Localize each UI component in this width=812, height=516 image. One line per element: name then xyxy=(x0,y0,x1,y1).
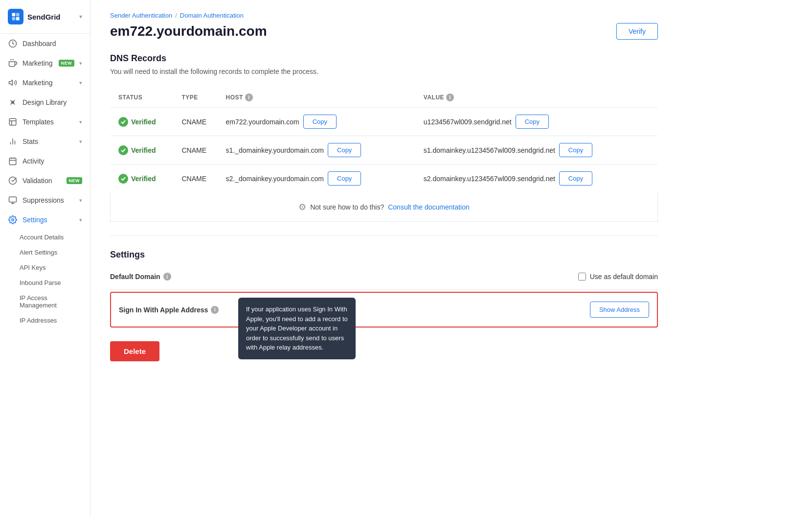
host-cell-2: s1._domainkey.yourdomain.com Copy xyxy=(218,136,416,164)
sidebar-item-dashboard[interactable]: Dashboard xyxy=(0,34,90,53)
logo-chevron-icon: ▾ xyxy=(79,13,82,20)
sidebar-item-marketing-new[interactable]: Marketing NEW ▾ xyxy=(0,53,90,73)
marketing-new-chevron-icon: ▾ xyxy=(79,60,82,67)
type-cell-3: CNAME xyxy=(174,164,218,193)
host-copy-button-2[interactable]: Copy xyxy=(328,143,361,157)
page-title-row: em722.yourdomain.com Verify xyxy=(110,23,658,40)
use-as-default-domain-label[interactable]: Use as default domain xyxy=(578,273,658,281)
sidebar-sub-ip-access-management[interactable]: IP Access Management xyxy=(0,290,90,313)
sidebar-sub-ip-addresses[interactable]: IP Addresses xyxy=(0,313,90,328)
svg-rect-3 xyxy=(16,17,20,21)
delete-button[interactable]: Delete xyxy=(110,341,159,361)
check-circle-icon-2 xyxy=(118,145,128,155)
settings-title: Settings xyxy=(110,250,658,260)
sidebar-item-marketing[interactable]: Marketing ▾ xyxy=(0,73,90,93)
stats-chevron-icon: ▾ xyxy=(79,139,82,145)
sidebar-item-label-templates: Templates xyxy=(23,118,74,126)
marketing-icon xyxy=(8,78,18,88)
host-copy-button-1[interactable]: Copy xyxy=(303,115,337,129)
sidebar-item-suppressions[interactable]: Suppressions ▾ xyxy=(0,190,90,210)
sidebar-item-label-dashboard: Dashboard xyxy=(23,40,82,47)
show-address-action: Show Address xyxy=(590,302,649,318)
dns-records-description: You will need to install the following r… xyxy=(110,68,658,75)
suppressions-icon xyxy=(8,195,18,205)
default-domain-row: Default Domain i Use as default domain xyxy=(110,264,658,290)
host-cell-3: s2._domainkey.yourdomain.com Copy xyxy=(218,164,416,193)
default-domain-info-icon[interactable]: i xyxy=(163,273,171,281)
sidebar-item-label-suppressions: Suppressions xyxy=(23,196,74,204)
sidebar-item-label-activity: Activity xyxy=(23,157,82,165)
sidebar-item-label-marketing: Marketing xyxy=(23,79,74,87)
app-logo[interactable]: SendGrid ▾ xyxy=(0,0,90,34)
dns-records-title: DNS Records xyxy=(110,53,658,64)
table-row: Verified CNAME s2._domainkey.yourdomain.… xyxy=(111,164,658,193)
page-title: em722.yourdomain.com xyxy=(110,23,267,39)
sidebar-item-label-validation: Validation xyxy=(23,177,62,185)
breadcrumb-separator: / xyxy=(175,12,177,19)
value-copy-button-2[interactable]: Copy xyxy=(559,143,592,157)
sidebar: SendGrid ▾ Dashboard Marketing NEW ▾ Mar… xyxy=(0,0,90,516)
check-circle-icon-3 xyxy=(118,174,128,184)
help-text: Not sure how to do this? xyxy=(310,203,384,211)
svg-rect-12 xyxy=(9,118,16,125)
suppressions-chevron-icon: ▾ xyxy=(79,197,82,204)
svg-point-22 xyxy=(9,177,17,185)
table-row: Verified CNAME em722.yourdomain.com Copy… xyxy=(111,108,658,136)
default-domain-label: Default Domain i xyxy=(110,273,267,281)
type-cell-1: CNAME xyxy=(174,108,218,136)
validation-new-badge: NEW xyxy=(67,177,83,184)
value-cell-2: s1.domainkey.u1234567wl009.sendgrid.net … xyxy=(416,136,658,164)
breadcrumb-domain-auth: Domain Authentication xyxy=(180,12,244,19)
sidebar-item-validation[interactable]: Validation NEW xyxy=(0,171,90,190)
apple-tooltip: If your application uses Sign In With Ap… xyxy=(238,298,356,359)
svg-rect-2 xyxy=(12,17,16,21)
svg-rect-1 xyxy=(16,13,20,17)
sidebar-sub-api-keys[interactable]: API Keys xyxy=(0,260,90,275)
dns-table: STATUS TYPE HOST i VALUE i xyxy=(110,87,658,193)
sidebar-item-label-design-library: Design Library xyxy=(23,98,82,106)
stats-icon xyxy=(8,137,18,146)
table-row: Verified CNAME s1._domainkey.yourdomain.… xyxy=(111,136,658,164)
sidebar-sub-inbound-parse[interactable]: Inbound Parse xyxy=(0,275,90,290)
marketing-new-badge: NEW xyxy=(59,60,75,67)
help-icon: ⚙ xyxy=(298,202,306,212)
svg-rect-18 xyxy=(9,158,16,165)
host-copy-button-3[interactable]: Copy xyxy=(328,171,361,186)
main-content: Sender Authentication / Domain Authentic… xyxy=(90,0,812,516)
value-info-icon[interactable]: i xyxy=(446,94,454,101)
sidebar-item-label-settings: Settings xyxy=(23,216,74,224)
sidebar-item-settings[interactable]: Settings ▾ xyxy=(0,210,90,230)
sidebar-item-activity[interactable]: Activity xyxy=(0,151,90,171)
sidebar-sub-alert-settings[interactable]: Alert Settings xyxy=(0,245,90,260)
col-header-status: STATUS xyxy=(111,88,174,108)
status-cell-1: Verified xyxy=(111,108,174,136)
sidebar-item-label-stats: Stats xyxy=(23,138,74,145)
host-info-icon[interactable]: i xyxy=(245,94,253,101)
svg-rect-0 xyxy=(12,13,16,17)
sidebar-sub-account-details[interactable]: Account Details xyxy=(0,230,90,245)
sidebar-item-stats[interactable]: Stats ▾ xyxy=(0,132,90,151)
design-library-icon xyxy=(8,97,18,107)
value-cell-3: s2.domainkey.u1234567wl009.sendgrid.net … xyxy=(416,164,658,193)
settings-chevron-icon: ▾ xyxy=(79,217,82,223)
breadcrumb: Sender Authentication / Domain Authentic… xyxy=(110,12,658,19)
app-name: SendGrid xyxy=(27,13,61,21)
svg-point-26 xyxy=(12,219,14,221)
logo-icon xyxy=(8,9,23,24)
value-copy-button-3[interactable]: Copy xyxy=(559,171,592,186)
status-cell-2: Verified xyxy=(111,136,174,164)
activity-icon xyxy=(8,156,18,166)
sidebar-item-design-library[interactable]: Design Library xyxy=(0,93,90,112)
sidebar-item-templates[interactable]: Templates ▾ xyxy=(0,112,90,132)
verify-button[interactable]: Verify xyxy=(616,23,658,40)
svg-marker-8 xyxy=(9,80,13,86)
show-address-button[interactable]: Show Address xyxy=(590,302,649,318)
value-copy-button-1[interactable]: Copy xyxy=(516,115,549,129)
help-row: ⚙ Not sure how to do this? Consult the d… xyxy=(110,193,658,222)
col-header-value: VALUE i xyxy=(416,88,658,108)
sign-in-apple-info-icon[interactable]: i xyxy=(211,306,219,314)
help-link[interactable]: Consult the documentation xyxy=(388,203,470,211)
breadcrumb-sender-auth[interactable]: Sender Authentication xyxy=(110,12,172,19)
use-as-default-domain-checkbox[interactable] xyxy=(578,273,586,281)
marketing-chevron-icon: ▾ xyxy=(79,80,82,86)
